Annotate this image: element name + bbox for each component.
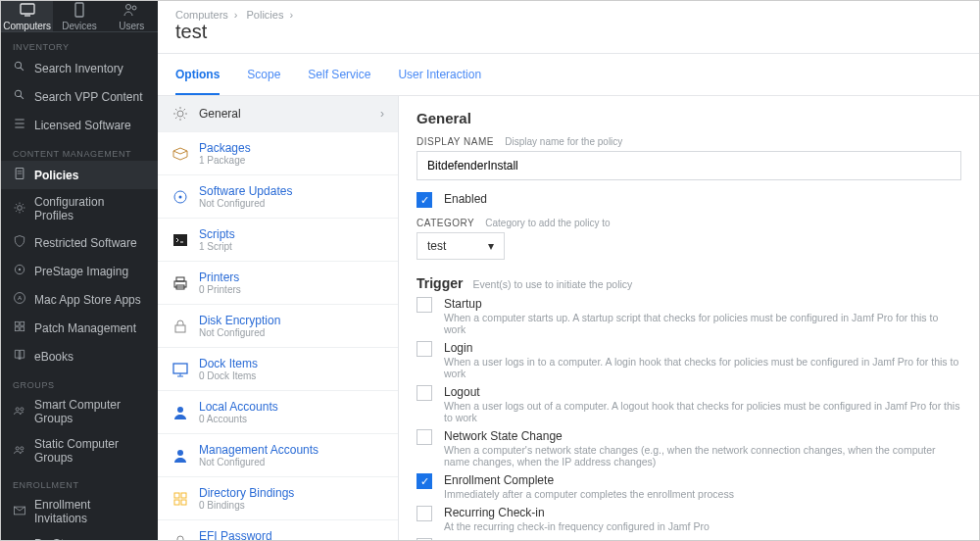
sidebar-item-ebooks[interactable]: eBooks xyxy=(1,342,158,370)
doc-icon xyxy=(13,167,26,183)
display-name-input[interactable] xyxy=(416,151,961,180)
grid-icon xyxy=(172,490,189,508)
sidebar-tab-computers[interactable]: Computers xyxy=(1,1,53,31)
payload-local-accounts[interactable]: Local Accounts0 Accounts xyxy=(158,391,398,434)
trigger-label: Network State Change xyxy=(444,429,961,443)
box-icon xyxy=(172,145,189,163)
trigger-label: Login xyxy=(444,341,961,355)
search-icon xyxy=(13,60,26,76)
sidebar-item-policies[interactable]: Policies xyxy=(1,161,158,189)
search-icon xyxy=(13,88,26,105)
trigger-heading: Trigger Event(s) to use to initiate the … xyxy=(416,275,961,291)
sidebar-tab-users[interactable]: Users xyxy=(106,1,158,31)
svg-point-24 xyxy=(179,195,182,198)
breadcrumb-item[interactable]: Policies xyxy=(247,9,284,21)
sidebar-item-enrollment-invitations[interactable]: Enrollment Invitations xyxy=(1,492,158,531)
sidebar-item-search-vpp-content[interactable]: Search VPP Content xyxy=(1,82,158,111)
shield-icon xyxy=(13,234,26,251)
sidebar-item-configuration-profiles[interactable]: Configuration Profiles xyxy=(1,189,158,228)
svg-rect-36 xyxy=(181,500,186,505)
enabled-label: Enabled xyxy=(444,192,487,206)
svg-point-19 xyxy=(21,446,24,449)
svg-rect-1 xyxy=(75,3,83,17)
trigger-checkbox[interactable] xyxy=(416,385,432,401)
trigger-checkbox[interactable] xyxy=(416,341,432,357)
trigger-checkbox[interactable] xyxy=(416,506,432,521)
svg-rect-0 xyxy=(21,4,34,14)
tab-user-interaction[interactable]: User Interaction xyxy=(398,54,481,95)
svg-point-3 xyxy=(132,6,136,10)
payload-general[interactable]: General› xyxy=(158,96,398,132)
svg-rect-30 xyxy=(173,364,187,373)
sidebar-item-licensed-software[interactable]: Licensed Software xyxy=(1,111,158,139)
sidebar-item-prestage-enrollments[interactable]: PreStage Enrollments xyxy=(1,531,158,541)
chevron-right-icon: › xyxy=(380,107,384,121)
sidebar-item-restricted-software[interactable]: Restricted Software xyxy=(1,228,158,257)
category-select[interactable]: test ▾ xyxy=(416,232,505,260)
sidebar-section: GROUPS xyxy=(1,370,158,392)
payload-list: General›Packages1 PackageSoftware Update… xyxy=(158,96,399,540)
svg-point-16 xyxy=(16,407,19,410)
svg-point-17 xyxy=(21,407,24,410)
enabled-checkbox[interactable] xyxy=(416,192,432,208)
sidebar-item-mac-app-store-apps[interactable]: AMac App Store Apps xyxy=(1,285,158,314)
trigger-checkbox[interactable] xyxy=(416,297,432,313)
group-icon xyxy=(13,404,26,420)
svg-rect-25 xyxy=(173,234,187,246)
sidebar-item-search-inventory[interactable]: Search Inventory xyxy=(1,54,158,82)
category-label: CATEGORY Category to add the policy to xyxy=(416,218,961,228)
grid-icon xyxy=(13,320,26,336)
user-icon xyxy=(172,404,189,421)
trigger-checkbox[interactable] xyxy=(416,538,432,540)
payload-efi-password[interactable]: EFI PasswordNot Configured xyxy=(158,520,398,540)
tab-scope[interactable]: Scope xyxy=(247,54,280,95)
monitor-icon xyxy=(172,361,189,378)
printer-icon xyxy=(172,274,189,292)
trigger-label: Custom xyxy=(444,538,961,540)
trigger-label: Enrollment Complete xyxy=(444,473,961,487)
svg-rect-15 xyxy=(21,327,24,331)
sidebar-item-prestage-imaging[interactable]: PreStage Imaging xyxy=(1,257,158,285)
sidebar-item-smart-computer-groups[interactable]: Smart Computer Groups xyxy=(1,392,158,431)
payload-directory-bindings[interactable]: Directory Bindings0 Bindings xyxy=(158,477,398,520)
gear-icon xyxy=(13,201,26,218)
sidebar-tab-devices[interactable]: Devices xyxy=(53,1,105,31)
breadcrumb-item[interactable]: Computers xyxy=(175,9,228,21)
trigger-logout: LogoutWhen a user logs out of a computer… xyxy=(416,385,961,423)
list-icon xyxy=(13,117,26,133)
trigger-checkbox[interactable] xyxy=(416,429,432,445)
tabs: OptionsScopeSelf ServiceUser Interaction xyxy=(158,54,979,95)
sidebar: ComputersDevicesUsers INVENTORYSearch In… xyxy=(1,1,158,540)
breadcrumb: Computers› Policies› xyxy=(158,1,979,21)
payload-packages[interactable]: Packages1 Package xyxy=(158,132,398,175)
svg-point-2 xyxy=(126,5,131,10)
svg-rect-35 xyxy=(174,500,179,505)
svg-point-31 xyxy=(177,407,183,413)
tab-self-service[interactable]: Self Service xyxy=(308,54,370,95)
payload-dock-items[interactable]: Dock Items0 Dock Items xyxy=(158,348,398,391)
payload-software-updates[interactable]: Software UpdatesNot Configured xyxy=(158,175,398,219)
payload-scripts[interactable]: Scripts1 Script xyxy=(158,219,398,262)
tab-options[interactable]: Options xyxy=(175,54,220,95)
sidebar-item-static-computer-groups[interactable]: Static Computer Groups xyxy=(1,431,158,470)
disk-icon xyxy=(13,263,26,279)
sidebar-item-patch-management[interactable]: Patch Management xyxy=(1,314,158,342)
payload-printers[interactable]: Printers0 Printers xyxy=(158,262,398,305)
book-icon xyxy=(13,348,26,365)
payload-disk-encryption[interactable]: Disk EncryptionNot Configured xyxy=(158,305,398,348)
lock-icon xyxy=(172,318,189,335)
svg-point-7 xyxy=(18,205,23,210)
trigger-startup: StartupWhen a computer starts up. A star… xyxy=(416,297,961,335)
svg-rect-12 xyxy=(15,321,19,325)
trigger-recurring-check-in: Recurring Check-inAt the recurring check… xyxy=(416,506,961,532)
trigger-checkbox[interactable] xyxy=(416,473,432,489)
svg-rect-33 xyxy=(174,493,179,498)
page-title: test xyxy=(158,21,979,53)
trigger-enrollment-complete: Enrollment CompleteImmediately after a c… xyxy=(416,473,961,500)
trigger-desc: At the recurring check-in frequency conf… xyxy=(444,520,961,532)
payload-management-accounts[interactable]: Management AccountsNot Configured xyxy=(158,434,398,477)
sidebar-nav: INVENTORYSearch InventorySearch VPP Cont… xyxy=(1,32,158,541)
svg-rect-13 xyxy=(21,321,24,325)
content: General DISPLAY NAME Display name for th… xyxy=(399,96,979,540)
trigger-desc: Immediately after a computer completes t… xyxy=(444,488,961,500)
